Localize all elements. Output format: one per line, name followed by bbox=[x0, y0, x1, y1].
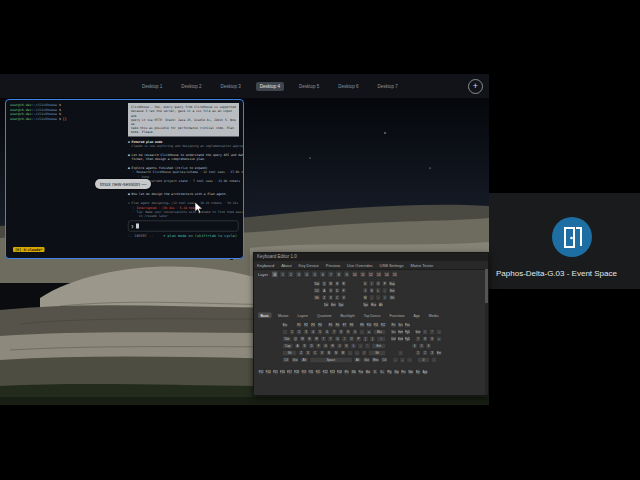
key[interactable]: 4 bbox=[310, 329, 316, 335]
keycode-tab[interactable]: Backlight bbox=[338, 313, 357, 319]
layer-button[interactable]: 13 bbox=[376, 271, 383, 278]
key[interactable]: B bbox=[326, 350, 332, 356]
key[interactable]: End bbox=[398, 336, 404, 342]
key[interactable]: D bbox=[309, 343, 315, 349]
key[interactable]: F3 bbox=[310, 322, 316, 328]
layer-button[interactable]: 9 bbox=[344, 271, 351, 278]
key[interactable]: Ent bbox=[330, 302, 337, 308]
key[interactable]: Gui bbox=[362, 357, 370, 363]
key[interactable]: = bbox=[366, 329, 372, 335]
key[interactable]: 5 bbox=[418, 343, 424, 349]
scrollbar[interactable] bbox=[485, 269, 488, 395]
key[interactable]: F22 bbox=[322, 369, 328, 375]
key[interactable]: V- bbox=[372, 369, 378, 375]
key[interactable]: Prt bbox=[344, 369, 350, 375]
desktop-tab[interactable]: Desktop 1 bbox=[138, 82, 166, 91]
key[interactable]: J bbox=[362, 288, 368, 294]
desktop-tab[interactable]: Desktop 3 bbox=[217, 82, 245, 91]
desktop-tab[interactable]: Desktop 4 bbox=[256, 82, 284, 91]
key[interactable]: A bbox=[321, 288, 327, 294]
key[interactable]: Prv bbox=[401, 369, 407, 375]
key[interactable]: Alt bbox=[378, 302, 384, 308]
key[interactable]: W bbox=[328, 281, 334, 287]
key[interactable]: K bbox=[369, 288, 375, 294]
key[interactable]: F10 bbox=[366, 322, 372, 328]
key[interactable]: Q bbox=[293, 336, 299, 342]
key[interactable]: 6 bbox=[425, 343, 431, 349]
key[interactable]: F21 bbox=[315, 369, 321, 375]
key[interactable]: G bbox=[323, 343, 329, 349]
keycode-tab[interactable]: Basic bbox=[258, 313, 272, 319]
key[interactable]: F bbox=[341, 288, 347, 294]
key[interactable]: R bbox=[314, 336, 320, 342]
key[interactable]: 5 bbox=[317, 329, 323, 335]
key[interactable]: / bbox=[361, 350, 367, 356]
key[interactable]: S bbox=[302, 343, 308, 349]
key[interactable]: Ins bbox=[391, 329, 397, 335]
layer-button[interactable]: 6 bbox=[320, 271, 327, 278]
key[interactable]: I bbox=[342, 336, 348, 342]
key[interactable]: F bbox=[316, 343, 322, 349]
key[interactable]: F14 bbox=[265, 369, 271, 375]
layer-button[interactable]: 4 bbox=[304, 271, 311, 278]
key[interactable]: Ent bbox=[436, 350, 442, 356]
key[interactable]: Tab bbox=[313, 281, 320, 287]
key[interactable]: . bbox=[375, 295, 381, 301]
key[interactable]: Alt bbox=[353, 357, 361, 363]
layer-button[interactable]: 2 bbox=[288, 271, 295, 278]
key[interactable]: . bbox=[354, 350, 360, 356]
desktop-tab[interactable]: Desktop 6 bbox=[334, 82, 362, 91]
kb-menu-item[interactable]: Matrix Tester bbox=[410, 263, 433, 268]
key[interactable]: A bbox=[295, 343, 301, 349]
key[interactable]: Esc bbox=[282, 322, 288, 328]
key[interactable]: Spc bbox=[338, 302, 345, 308]
key[interactable]: Sft bbox=[368, 350, 386, 356]
key[interactable]: Z bbox=[298, 350, 304, 356]
key[interactable]: F19 bbox=[301, 369, 307, 375]
kb-menu-item[interactable]: Key Device bbox=[299, 263, 319, 268]
key[interactable]: ` bbox=[282, 329, 288, 335]
key[interactable]: → bbox=[407, 357, 413, 363]
key[interactable]: P bbox=[382, 281, 388, 287]
key[interactable]: F4 bbox=[317, 322, 323, 328]
key[interactable]: Pse bbox=[358, 369, 364, 375]
key[interactable]: X bbox=[305, 350, 311, 356]
layer-button[interactable]: 3 bbox=[296, 271, 303, 278]
key[interactable]: F15 bbox=[272, 369, 278, 375]
key[interactable]: J bbox=[337, 343, 343, 349]
layer-button[interactable]: 12 bbox=[368, 271, 375, 278]
layer-button[interactable]: 14 bbox=[384, 271, 391, 278]
key[interactable]: O bbox=[375, 281, 381, 287]
desktop-tab[interactable]: Desktop 7 bbox=[374, 82, 402, 91]
key[interactable]: F18 bbox=[294, 369, 300, 375]
keycode-tab[interactable]: Media bbox=[426, 313, 441, 319]
key[interactable]: / bbox=[422, 329, 428, 335]
key[interactable]: Bks bbox=[373, 329, 386, 335]
key[interactable]: , bbox=[347, 350, 353, 356]
key[interactable]: 8 bbox=[422, 336, 428, 342]
key[interactable]: + bbox=[436, 336, 442, 342]
key[interactable]: Gui bbox=[291, 357, 299, 363]
key[interactable]: C bbox=[334, 295, 340, 301]
key[interactable]: M bbox=[362, 295, 368, 301]
key[interactable]: ' bbox=[365, 343, 371, 349]
key[interactable]: Ply bbox=[386, 369, 392, 375]
key[interactable]: * bbox=[429, 329, 435, 335]
desktop-tab[interactable]: Desktop 2 bbox=[177, 82, 205, 91]
key[interactable]: ↑ bbox=[397, 350, 403, 356]
key[interactable]: Del bbox=[391, 336, 397, 342]
key[interactable]: Spc bbox=[362, 302, 369, 308]
key[interactable]: 3 bbox=[303, 329, 309, 335]
keycode-tab[interactable]: Functions bbox=[387, 313, 407, 319]
key[interactable]: Z bbox=[321, 295, 327, 301]
key[interactable]: Rse bbox=[370, 302, 377, 308]
key[interactable]: Alt bbox=[300, 357, 308, 363]
layer-button[interactable]: 5 bbox=[312, 271, 319, 278]
key[interactable]: V bbox=[319, 350, 325, 356]
key[interactable]: U bbox=[335, 336, 341, 342]
key[interactable]: Ent bbox=[372, 343, 386, 349]
chat-input[interactable]: ❯ bbox=[128, 221, 239, 232]
key[interactable]: ← bbox=[393, 357, 399, 363]
keycode-tab[interactable]: Quantum bbox=[315, 313, 334, 319]
key[interactable]: M bbox=[340, 350, 346, 356]
